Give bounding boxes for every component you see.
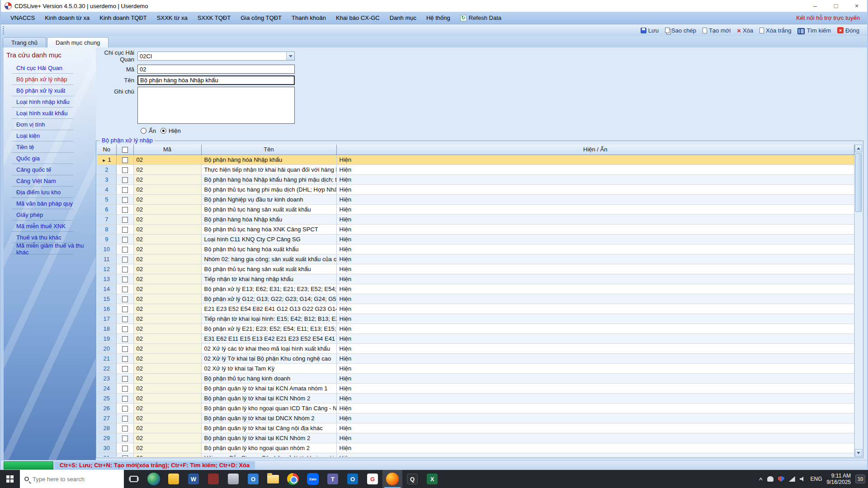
sidebar-item[interactable]: Bộ phận xử lý xuất: [4, 85, 96, 96]
col-header-status[interactable]: Hiện / Ẩn: [336, 145, 854, 155]
table-row[interactable]: 26 02 Bộ phận quản lý kho ngoại quan ICD…: [97, 403, 854, 413]
row-checkbox[interactable]: [122, 446, 128, 451]
radio-hidden[interactable]: Ẩn: [141, 127, 156, 134]
maroon-app-icon[interactable]: [203, 470, 223, 488]
language-indicator[interactable]: ENG: [811, 476, 822, 482]
maximize-button[interactable]: □: [826, 0, 846, 12]
firefox-icon[interactable]: [382, 470, 402, 488]
globe-icon[interactable]: [144, 470, 164, 488]
table-row[interactable]: 3 02 Bộ phận hàng hóa Nhập khẩu hàng phi…: [97, 174, 854, 184]
row-checkbox[interactable]: [122, 177, 128, 183]
row-checkbox[interactable]: [122, 277, 128, 282]
row-checkbox[interactable]: [122, 356, 128, 362]
row-checkbox[interactable]: [122, 346, 128, 352]
file-explorer-icon[interactable]: [263, 470, 283, 488]
scroll-up-button[interactable]: [855, 145, 862, 152]
yellow-app-icon[interactable]: [164, 470, 184, 488]
table-row[interactable]: 31 02 Hải quan Bắc Giang - Bộ phận xử lý…: [97, 453, 854, 457]
table-row[interactable]: 21 02 02 Xử lý Tờ khai tại Bộ phận Khu c…: [97, 353, 854, 363]
start-button[interactable]: [0, 470, 20, 488]
combo-dropdown-button[interactable]: [286, 52, 294, 60]
table-row[interactable]: 27 02 Bộ phận quản lý tờ khai tại DNCX N…: [97, 413, 854, 423]
table-row[interactable]: 8 02 Bộ phận thủ tục hàng hóa XNK Cảng S…: [97, 224, 854, 234]
table-row[interactable]: 25 02 Bộ phận quản lý tờ khai tại KCN Nh…: [97, 393, 854, 403]
toolbar-button[interactable]: Tìm kiếm: [794, 25, 834, 35]
row-checkbox[interactable]: [122, 366, 128, 372]
blue-app-icon[interactable]: O: [243, 470, 263, 488]
volume-icon[interactable]: [800, 476, 806, 482]
onedrive-icon[interactable]: [767, 476, 774, 482]
sidebar-item[interactable]: Mã miễn giảm thuế và thu khác: [4, 243, 96, 254]
sidebar-item[interactable]: Cảng quốc tế: [4, 164, 96, 175]
customs-branch-select[interactable]: 02CI: [137, 52, 295, 61]
scrollbar-thumb[interactable]: [855, 153, 862, 212]
menu-item[interactable]: Thanh khoản: [287, 12, 331, 24]
sidebar-item[interactable]: Chi cục Hải Quan: [4, 62, 96, 74]
tab[interactable]: Trang chủ: [3, 37, 46, 47]
q-app-icon[interactable]: Q: [402, 470, 422, 488]
toolbar-button[interactable]: × Xóa: [734, 25, 756, 35]
table-row[interactable]: 6 02 Bộ phận thủ tục hàng sản xuất xuất …: [97, 204, 854, 214]
word-icon[interactable]: W: [184, 470, 203, 488]
menu-item[interactable]: VNACCS: [5, 12, 40, 24]
sidebar-item[interactable]: Loại hình nhập khẩu: [4, 96, 96, 108]
row-checkbox[interactable]: [122, 396, 128, 402]
toolbar-button[interactable]: Sao chép: [662, 25, 699, 35]
toolbar-button[interactable]: Lưu: [637, 25, 662, 35]
search-input[interactable]: [33, 476, 109, 483]
row-checkbox[interactable]: [122, 257, 128, 263]
row-checkbox[interactable]: [122, 207, 128, 213]
row-checkbox[interactable]: [122, 286, 128, 292]
toolbar-button[interactable]: Tạo mới: [699, 25, 734, 35]
network-icon[interactable]: [789, 476, 795, 482]
sidebar-item[interactable]: Mã văn bản pháp quy: [4, 198, 96, 209]
table-row[interactable]: 20 02 02 Xử lý các tờ khai theo mã loại …: [97, 343, 854, 353]
sidebar-item[interactable]: Địa điểm lưu kho: [4, 187, 96, 198]
close-button[interactable]: ×: [846, 0, 867, 12]
row-checkbox[interactable]: [122, 455, 128, 457]
gray-app-icon[interactable]: [223, 470, 243, 488]
name-field[interactable]: [137, 75, 295, 85]
table-row[interactable]: 14 02 Bộ phận xử lý E13; E62; E31; E21; …: [97, 284, 854, 294]
toolbar-button[interactable]: × Đóng: [834, 25, 863, 35]
row-checkbox[interactable]: [122, 376, 128, 382]
table-row[interactable]: 19 02 E31 E62 E11 E15 E13 E42 E21 E23 E5…: [97, 333, 854, 343]
row-checkbox[interactable]: [122, 436, 128, 441]
table-row[interactable]: 12 02 Bộ phận thủ tục hàng sản xuất xuất…: [97, 264, 854, 274]
row-checkbox[interactable]: [122, 316, 128, 322]
sidebar-item[interactable]: Cảng Việt Nam: [4, 175, 96, 187]
row-checkbox[interactable]: [122, 296, 128, 302]
table-row[interactable]: 5 02 Bộ phận Nghiệp vụ đầu tư kinh doanh…: [97, 194, 854, 204]
taskbar-search[interactable]: [20, 470, 124, 488]
table-row[interactable]: 30 02 Bộ phận quản lý kho ngoại quan nhó…: [97, 443, 854, 453]
zalo-icon[interactable]: Zalo: [303, 470, 323, 488]
chrome-icon[interactable]: [283, 470, 303, 488]
menu-item[interactable]: Khai báo CX-GC: [331, 12, 385, 24]
sidebar-item[interactable]: Quốc gia: [4, 153, 96, 164]
sidebar-item[interactable]: Mã miễn thuế XNK: [4, 221, 96, 232]
row-checkbox[interactable]: [122, 406, 128, 412]
table-row[interactable]: 9 02 Loại hình C11 KNQ Cty CP Cảng SG Hi…: [97, 234, 854, 244]
col-header-checkbox[interactable]: [116, 145, 133, 155]
table-row[interactable]: 4 02 Bộ phận thủ tục hàng phi mậu dịch (…: [97, 184, 854, 194]
row-checkbox[interactable]: [122, 187, 128, 193]
row-checkbox[interactable]: [122, 306, 128, 312]
row-checkbox[interactable]: [122, 157, 128, 163]
table-row[interactable]: 29 02 Bộ phận quản lý tờ khai tại KCN Nh…: [97, 433, 854, 443]
note-field[interactable]: [137, 87, 295, 124]
minimize-button[interactable]: –: [805, 0, 826, 12]
menu-item[interactable]: SXXK TQĐT: [193, 12, 236, 24]
scroll-down-button[interactable]: [855, 449, 862, 457]
table-row[interactable]: 16 02 E21 E23 E52 E54 E82 E41 G12 G13 G2…: [97, 304, 854, 314]
excel-icon[interactable]: X: [422, 470, 442, 488]
task-view-button[interactable]: [124, 470, 144, 488]
table-row[interactable]: 11 02 Nhóm 02: hàng gia công; sản xuất x…: [97, 254, 854, 264]
sidebar-item[interactable]: Loại kiện: [4, 130, 96, 141]
row-checkbox[interactable]: [122, 247, 128, 253]
sidebar-item[interactable]: Bộ phận xử lý nhập: [4, 74, 96, 85]
clock[interactable]: 9:11 AM 9/16/2025: [827, 473, 851, 485]
security-shield-icon[interactable]: [778, 476, 784, 482]
code-field[interactable]: [137, 65, 295, 74]
row-checkbox[interactable]: [122, 426, 128, 432]
table-row[interactable]: 18 02 Bộ phận xử lý E21; E23; E52; E54; …: [97, 324, 854, 333]
